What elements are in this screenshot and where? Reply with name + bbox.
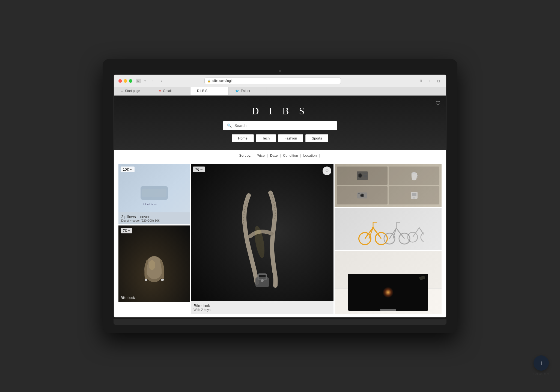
webcam: [279, 70, 281, 72]
wishlist-heart-button[interactable]: ♡: [436, 100, 440, 106]
laptop-frame: ⊡ ▾ ‹ › 🔒 dibs.com/login ⬆ + ⊡: [103, 59, 457, 333]
share-button[interactable]: ⬆: [418, 78, 424, 84]
svg-text:folded fabric: folded fabric: [143, 203, 157, 206]
pillows-title: 2 pillows + cover: [121, 215, 187, 219]
sort-by-label: Sort by:: [239, 153, 251, 158]
tab-twitter[interactable]: 🐦 Twitter: [229, 87, 267, 95]
bike-lock-heart-button[interactable]: ♡: [323, 167, 331, 175]
pillows-subtitle: Duvet + cover (220*200) 30€: [121, 219, 187, 222]
laptop-bottom: [114, 319, 446, 325]
backpack-product-card[interactable]: 7€ ↩ Bike lock: [118, 225, 190, 302]
sports-nav-button[interactable]: Sports: [305, 134, 328, 142]
svg-rect-15: [364, 173, 367, 174]
tab-label: Twitter: [241, 89, 250, 93]
bike-lock-big-title: Bike lock: [193, 303, 331, 308]
tech-nav-button[interactable]: Tech: [256, 134, 276, 142]
sidebar-toggle-button[interactable]: ⊡: [136, 79, 141, 83]
backpack-title: Bike lock: [121, 296, 135, 300]
back-button[interactable]: ‹: [149, 78, 155, 84]
tab-label: Start page: [125, 89, 140, 93]
svg-rect-6: [161, 279, 164, 281]
browser-chrome: ⊡ ▾ ‹ › 🔒 dibs.com/login ⬆ + ⊡: [114, 75, 446, 96]
sort-date[interactable]: Date: [270, 153, 278, 158]
svg-rect-24: [412, 193, 416, 196]
bike-lock-column: 7€ ↩ ♡ Bike lock With 2 keys: [191, 164, 333, 314]
address-bar[interactable]: 🔒 dibs.com/login: [204, 78, 341, 84]
search-input[interactable]: [234, 123, 333, 128]
gmail-icon: M: [159, 89, 161, 93]
pillows-product-card[interactable]: folded fabric 10€ ↩ 2 pillows + cover Du…: [118, 164, 190, 224]
sort-location[interactable]: Location: [303, 153, 317, 158]
bike-lock-big-card-info: Bike lock With 2 keys: [191, 301, 333, 314]
left-column: folded fabric 10€ ↩ 2 pillows + cover Du…: [118, 164, 190, 314]
twitter-icon: 🐦: [235, 89, 239, 93]
new-tab-button[interactable]: +: [427, 78, 433, 84]
svg-rect-16: [364, 175, 367, 176]
svg-point-7: [149, 260, 155, 270]
close-traffic-light[interactable]: [118, 79, 122, 83]
electronics-product-card[interactable]: [335, 164, 442, 207]
svg-point-18: [412, 172, 416, 174]
search-icon: 🔍: [227, 123, 232, 128]
tabs-bar: ☆ Start page M Gmail D I B S 🐦 Twitter: [114, 87, 446, 95]
pillows-price-badge: 10€ ↩: [121, 167, 135, 172]
bike-lock-big-price: 7€ ↩: [193, 167, 205, 172]
ssl-lock-icon: 🔒: [207, 79, 211, 82]
site-header: ♡ D I B S 🔍 Home Tech Fashion Sports: [114, 96, 446, 150]
fashion-nav-button[interactable]: Fashion: [278, 134, 303, 142]
bike-lock-big-subtitle: With 2 keys: [193, 308, 331, 312]
toolbar-right: ⬆ + ⊡: [418, 78, 442, 84]
sidebar-button[interactable]: ⊡: [436, 78, 442, 84]
bike-lock-big-card[interactable]: 7€ ↩ ♡ Bike lock With 2 keys: [191, 164, 333, 314]
svg-point-14: [359, 174, 362, 177]
product-grid: folded fabric 10€ ↩ 2 pillows + cover Du…: [114, 161, 446, 317]
tab-dibs[interactable]: D I B S: [190, 87, 229, 95]
sell-circle[interactable]: +: [534, 355, 549, 371]
svg-point-25: [413, 197, 415, 199]
star-icon: ☆: [121, 89, 123, 93]
tv-product-card[interactable]: [335, 251, 442, 314]
tab-startpage[interactable]: ☆ Start page: [114, 87, 152, 95]
tab-label: D I B S: [197, 89, 207, 93]
minimize-traffic-light[interactable]: [124, 79, 127, 83]
url-text: dibs.com/login: [212, 79, 233, 83]
svg-point-28: [372, 227, 374, 228]
sort-price[interactable]: Price: [257, 153, 265, 158]
right-column: [335, 164, 442, 314]
svg-point-10: [261, 279, 264, 282]
svg-rect-1: [142, 189, 166, 197]
sell-label: Sell an item: [534, 372, 549, 376]
svg-point-21: [361, 194, 363, 197]
tab-label: Gmail: [163, 89, 171, 93]
pillows-card-info: 2 pillows + cover Duvet + cover (220*200…: [118, 212, 190, 224]
tab-gmail[interactable]: M Gmail: [152, 87, 190, 95]
traffic-lights: [118, 79, 132, 83]
screen: ⊡ ▾ ‹ › 🔒 dibs.com/login ⬆ + ⊡: [114, 74, 446, 318]
nav-buttons: Home Tech Fashion Sports: [232, 134, 328, 142]
svg-rect-8: [255, 277, 269, 287]
plus-icon: +: [539, 359, 543, 367]
site-logo: D I B S: [252, 105, 308, 117]
home-nav-button[interactable]: Home: [232, 134, 254, 142]
title-bar: ⊡ ▾ ‹ › 🔒 dibs.com/login ⬆ + ⊡: [114, 75, 446, 87]
sort-condition[interactable]: Condition: [283, 153, 298, 158]
backpack-price-badge: 7€ ↩: [121, 228, 132, 233]
site-content: ♡ D I B S 🔍 Home Tech Fashion Sports Sor…: [114, 96, 446, 317]
search-bar[interactable]: 🔍: [223, 121, 337, 130]
fullscreen-traffic-light[interactable]: [129, 79, 132, 83]
sell-item-button[interactable]: + Sell an item: [534, 355, 549, 376]
svg-rect-5: [145, 279, 147, 281]
svg-rect-22: [358, 193, 360, 194]
sort-bar: Sort by: | Price | Date | Condition | Lo…: [114, 150, 446, 161]
forward-button[interactable]: ›: [158, 78, 164, 84]
svg-rect-17: [364, 176, 367, 177]
bikes-product-card[interactable]: [335, 208, 442, 250]
